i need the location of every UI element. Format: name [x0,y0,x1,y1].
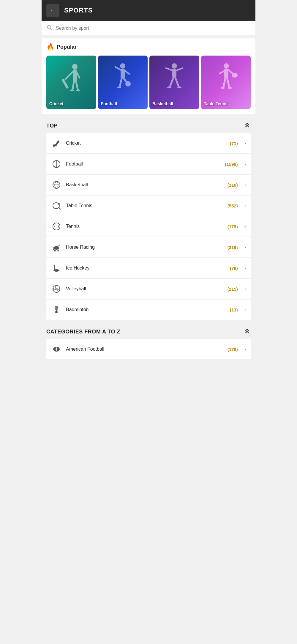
sport-list-item-cricket[interactable]: Cricket (71) › [46,133,251,153]
svg-line-1 [50,29,52,30]
popular-title: Popular [57,44,77,50]
svg-point-10 [76,89,80,91]
sport-count-tennis: (179) [228,224,238,229]
svg-point-54 [55,311,58,313]
popular-card-label-cricket: Cricket [49,101,63,106]
svg-line-50 [58,249,59,251]
categories-collapse-icon[interactable] [244,327,251,336]
cricket-icon [51,138,62,149]
svg-point-46 [54,246,59,250]
tabletennis-figure [214,62,238,103]
sport-list-item-football[interactable]: Football (1596) › [46,154,251,174]
sport-list-item-basketball[interactable]: Basketball (110) › [46,175,251,195]
page-title: SPORTS [64,7,93,14]
svg-line-13 [115,67,121,70]
svg-rect-21 [172,69,176,78]
sport-count-tabletennis: (552) [228,203,238,208]
svg-point-36 [228,87,232,89]
sport-count-basketball: (110) [228,182,238,188]
svg-point-35 [221,87,225,89]
svg-point-18 [117,86,121,88]
collapse-icon[interactable] [244,122,251,130]
top-title: TOP [46,123,58,129]
search-input[interactable] [56,26,251,31]
popular-card-label-basketball: Basketball [152,101,173,106]
chevron-right-cricket: › [244,141,246,146]
sport-name-icehockey: Ice Hockey [66,265,226,271]
popular-card-label-tabletennis: Table Tennis [204,101,229,106]
svg-point-31 [232,73,238,78]
popular-card-tabletennis[interactable]: Table Tennis [201,56,251,109]
svg-point-20 [172,63,177,69]
search-icon [46,24,52,32]
sport-name-tennis: Tennis [66,224,223,229]
chevron-right-badminton: › [244,307,246,312]
svg-rect-37 [54,140,60,147]
sport-count-icehockey: (79) [230,266,238,271]
sport-list-item-volleyball[interactable]: Volleyball (215) › [46,279,251,299]
sport-name-americanfootball: American Football [66,347,223,352]
popular-card-label-football: Football [101,101,117,106]
chevron-right-volleyball: › [244,286,246,292]
popular-card-basketball[interactable]: Basketball [149,56,199,109]
svg-line-6 [77,73,80,78]
popular-section: 🔥 Popular [42,38,255,114]
svg-line-47 [54,249,55,251]
horseracing-icon [51,242,62,253]
icehockey-icon [51,263,62,273]
sport-count-americanfootball: (170) [228,347,238,352]
svg-line-30 [228,70,233,74]
sport-list-item-icehockey[interactable]: Ice Hockey (79) › [46,258,251,278]
basketball-figure [162,62,186,103]
sport-name-badminton: Badminton [66,307,226,312]
fire-icon: 🔥 [46,43,54,51]
sport-list-item-tabletennis[interactable]: Table Tennis (552) › [46,196,251,216]
svg-rect-3 [73,70,77,80]
popular-grid: Cricket [46,56,251,109]
back-button[interactable]: ← [46,4,59,17]
svg-line-14 [125,70,129,74]
chevron-right-icehockey: › [244,265,246,271]
football-icon [51,159,62,169]
search-bar [42,21,255,35]
svg-line-32 [220,71,224,73]
badminton-icon [51,304,62,315]
chevron-right-horseracing: › [244,245,246,250]
svg-point-45 [53,223,60,230]
sport-count-cricket: (71) [230,141,238,146]
svg-line-22 [166,68,172,70]
sport-name-volleyball: Volleyball [66,286,223,292]
categories-list: American Football (170) › [46,339,251,359]
categories-title: CATEGORIES FROM A TO Z [46,329,120,335]
sport-name-football: Football [66,161,221,167]
chevron-right-tabletennis: › [244,203,246,208]
svg-line-25 [175,78,179,87]
sport-list-item-americanfootball[interactable]: American Football (170) › [46,339,251,359]
popular-header: 🔥 Popular [46,43,251,51]
svg-point-9 [70,89,74,91]
chevron-right-tennis: › [244,224,246,229]
sport-list-item-horseracing[interactable]: Horse Racing (319) › [46,237,251,257]
popular-card-cricket[interactable]: Cricket [46,56,96,109]
svg-line-49 [57,249,57,251]
sport-name-cricket: Cricket [66,141,226,146]
categories-section: CATEGORIES FROM A TO Z Am [42,323,255,359]
sport-list-item-tennis[interactable]: Tennis (179) › [46,216,251,237]
categories-header: CATEGORIES FROM A TO Z [46,327,251,336]
tabletennis-icon [51,200,62,211]
svg-point-26 [167,86,171,88]
sport-list-top: Cricket (71) › Football (1596) › [46,133,251,320]
svg-point-27 [177,86,181,88]
sport-name-tabletennis: Table Tennis [66,203,223,208]
svg-point-28 [224,63,229,69]
svg-point-11 [120,63,125,69]
svg-line-43 [59,207,60,209]
sport-count-volleyball: (215) [228,286,238,292]
svg-point-44 [58,203,60,205]
sport-count-football: (1596) [225,162,238,167]
basketball-icon [51,179,62,190]
popular-card-football[interactable]: Football [98,56,148,109]
sport-name-basketball: Basketball [66,182,223,188]
svg-line-7 [72,80,74,90]
sport-list-item-badminton[interactable]: Badminton (13) › [46,300,251,320]
